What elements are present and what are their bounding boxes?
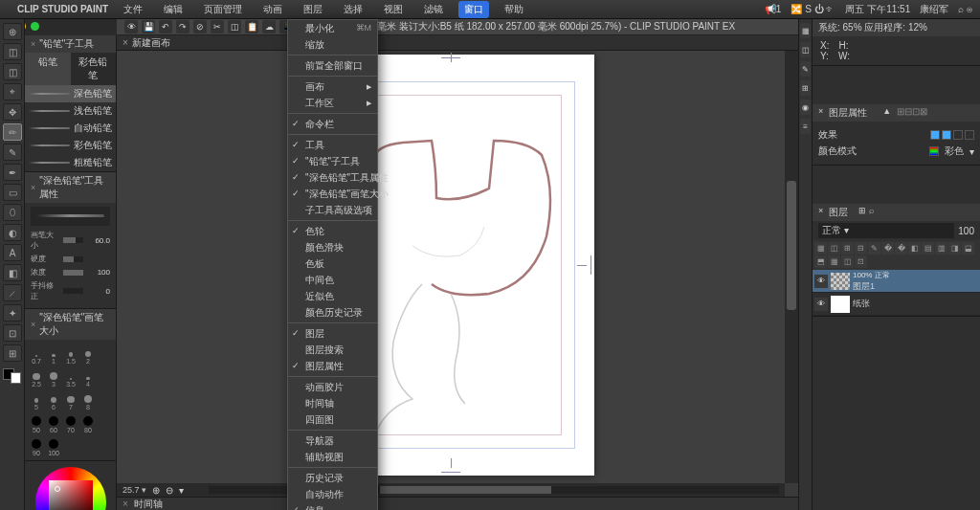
zoom-value[interactable]: 25.7 ▾ xyxy=(122,485,146,495)
opacity-value[interactable]: 100 xyxy=(958,226,974,236)
layer-tool-button[interactable]: ⊡ xyxy=(855,255,867,268)
size-cell[interactable]: 6 xyxy=(46,389,61,410)
rt-2[interactable]: ◫ xyxy=(800,42,811,57)
menu-layer[interactable]: 图层 xyxy=(298,1,328,18)
layer-tool-button[interactable]: ◫ xyxy=(841,255,854,268)
layer-tool-button[interactable]: ◨ xyxy=(948,242,961,255)
user[interactable]: 康绍军 xyxy=(920,3,948,16)
cloud-icon[interactable]: ☁ xyxy=(262,20,276,33)
spotlight-icon[interactable]: ⌕ ⊜ xyxy=(958,4,972,14)
layer-tool-button[interactable]: ▤ xyxy=(922,242,934,255)
tool-button[interactable]: ⊡ xyxy=(3,324,22,342)
rt-4[interactable]: ⊞ xyxy=(800,80,811,96)
menu-anim[interactable]: 动画 xyxy=(257,1,288,18)
menu-item[interactable]: 辅助视图 xyxy=(288,449,377,465)
menu-pagemgmt[interactable]: 页面管理 xyxy=(198,1,248,18)
eye-icon[interactable]: 👁 xyxy=(124,20,138,33)
menu-item[interactable]: 图层属性 xyxy=(288,358,377,374)
tool-button[interactable]: ◧ xyxy=(3,264,22,281)
size-cell[interactable]: 2 xyxy=(80,344,96,365)
layers-tab[interactable]: × 图层 ⊞ ⌕ xyxy=(813,204,980,221)
size-cell[interactable]: 8 xyxy=(80,389,96,410)
menu-item[interactable]: 颜色滑块 xyxy=(288,239,377,255)
menu-view[interactable]: 视图 xyxy=(378,1,409,18)
menu-item[interactable]: 自动动作 xyxy=(288,486,377,502)
menu-filter[interactable]: 滤镜 xyxy=(418,1,449,18)
layer-tool-button[interactable]: � xyxy=(881,242,894,255)
size-cell[interactable]: 0.7 xyxy=(29,344,44,365)
menu-item[interactable]: 中间色 xyxy=(288,272,377,288)
size-cell[interactable]: 70 xyxy=(63,412,78,433)
menu-item[interactable]: 近似色 xyxy=(288,288,377,304)
cut-icon[interactable]: ✂ xyxy=(211,20,224,33)
tool-button[interactable]: ◫ xyxy=(3,63,22,80)
visibility-icon[interactable]: 👁 xyxy=(814,275,828,288)
menu-item[interactable]: 缩放 xyxy=(288,36,377,53)
zoom-out-icon[interactable]: ⊖ xyxy=(166,485,173,496)
brush-item[interactable]: 彩色铅笔 xyxy=(25,137,116,154)
brush-item[interactable]: 自动铅笔 xyxy=(25,120,116,137)
zoom-in-icon[interactable]: ⊕ xyxy=(152,485,160,496)
scrollbar-vertical[interactable] xyxy=(785,51,798,483)
max-dot[interactable] xyxy=(31,22,39,31)
size-cell[interactable]: 4 xyxy=(80,366,96,388)
menu-item[interactable]: 动画胶片 xyxy=(288,379,377,395)
prop-row[interactable]: 浓度100 xyxy=(31,267,110,277)
tool-button[interactable]: ◐ xyxy=(3,224,22,241)
fg-bg-swatch[interactable] xyxy=(3,368,21,384)
tool-button[interactable]: ✥ xyxy=(3,103,22,121)
layer-row[interactable]: 👁100% 正常图层1 xyxy=(813,270,980,293)
menu-item[interactable]: 历史记录 xyxy=(288,470,377,486)
close-icon[interactable]: × xyxy=(122,499,128,509)
tool-button[interactable]: ⬯ xyxy=(3,204,22,221)
size-cell[interactable]: 7 xyxy=(63,389,78,410)
menu-help[interactable]: 帮助 xyxy=(499,1,529,18)
menu-window[interactable]: 窗口 xyxy=(458,1,489,18)
rt-6[interactable]: ≡ xyxy=(800,119,811,134)
layer-tool-button[interactable]: ✎ xyxy=(868,242,880,255)
menu-item[interactable]: 时间轴 xyxy=(288,395,377,411)
save-icon[interactable]: 💾 xyxy=(142,20,155,33)
paste-icon[interactable]: 📋 xyxy=(245,20,258,33)
tool-button[interactable]: ⊕ xyxy=(3,23,22,40)
size-cell[interactable]: 3.5 xyxy=(63,366,78,388)
menu-item[interactable]: "深色铅笔"画笔大小 xyxy=(288,186,377,202)
menu-item[interactable]: 前置全部窗口 xyxy=(288,57,377,74)
size-cell[interactable]: 50 xyxy=(29,412,44,433)
rt-5[interactable]: ◉ xyxy=(800,100,811,115)
canvas-tab[interactable]: × 新建画布 xyxy=(117,35,798,51)
color-wheel[interactable] xyxy=(25,461,116,510)
tool-button[interactable]: ◫ xyxy=(3,43,22,60)
tab-pencil[interactable]: 铅笔 xyxy=(25,53,71,85)
tool-button[interactable]: ✏ xyxy=(3,123,22,141)
menu-item[interactable]: "深色铅笔"工具属性 xyxy=(288,169,377,186)
eff-4-icon[interactable] xyxy=(965,130,974,140)
layerprops-tab[interactable]: × 图层属性 ▲ ⊞⊟⊡⊠ xyxy=(813,104,980,122)
menu-item[interactable]: 工具 xyxy=(288,137,377,153)
colormode-swatch[interactable] xyxy=(929,146,939,156)
visibility-icon[interactable]: 👁 xyxy=(814,298,828,311)
prop-row[interactable]: 手抖修正0 xyxy=(31,280,110,301)
tool-button[interactable]: ✎ xyxy=(3,144,22,161)
dropdown-icon[interactable]: ▾ xyxy=(969,146,974,157)
size-cell[interactable]: 90 xyxy=(29,435,44,456)
menu-item[interactable]: "铅笔"子工具 xyxy=(288,153,377,169)
layer-tool-button[interactable]: ⊞ xyxy=(841,242,854,255)
timeline-strip[interactable]: × 时间轴 xyxy=(117,497,798,510)
size-cell[interactable]: 80 xyxy=(80,412,96,433)
size-cell[interactable]: 1 xyxy=(46,344,61,365)
layer-tool-button[interactable]: ⊟ xyxy=(855,242,867,255)
tool-button[interactable]: A xyxy=(3,244,22,261)
tab-colorpencil[interactable]: 彩色铅笔 xyxy=(71,53,117,85)
size-cell[interactable]: 60 xyxy=(46,412,61,433)
clear-icon[interactable]: ⊘ xyxy=(193,20,207,33)
tool-button[interactable]: ⌖ xyxy=(3,83,22,100)
layer-tool-button[interactable]: ⬒ xyxy=(814,255,827,268)
menu-item[interactable]: 工作区 xyxy=(288,95,377,111)
notif-badge[interactable]: 📢1 xyxy=(765,4,782,14)
menu-select[interactable]: 选择 xyxy=(338,1,368,18)
clock[interactable]: 周五 下午11:51 xyxy=(845,3,910,16)
menu-item[interactable]: 四面图 xyxy=(288,411,377,428)
menu-file[interactable]: 文件 xyxy=(118,1,148,18)
menu-item[interactable]: 导航器 xyxy=(288,432,377,449)
